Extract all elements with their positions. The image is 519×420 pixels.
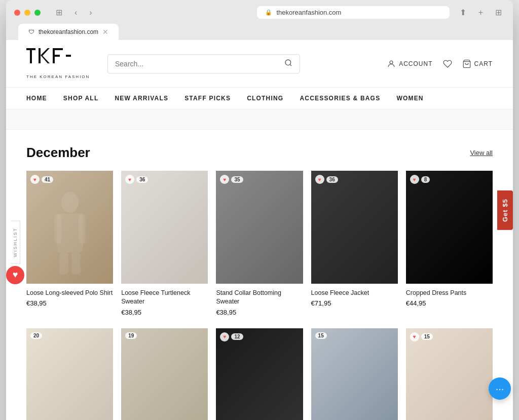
- tab-favicon: 🛡: [28, 28, 34, 35]
- maximize-window-button[interactable]: [34, 10, 41, 16]
- product-image-wrap: 20: [26, 328, 113, 420]
- product-image-wrap: ♥ 41: [26, 171, 113, 284]
- cart-icon: [462, 59, 471, 68]
- logo-subtitle: The Korean Fashion: [26, 74, 90, 79]
- close-window-button[interactable]: [14, 10, 20, 16]
- product-card[interactable]: 15: [311, 328, 398, 420]
- heart-badge: ♥ 12: [220, 332, 243, 341]
- back-button[interactable]: ‹: [71, 7, 80, 18]
- svg-rect-5: [53, 48, 63, 50]
- cart-label: CART: [474, 60, 493, 67]
- address-bar-wrapper: 🔒 thekoreanfashion.com: [254, 6, 452, 19]
- sidebar-toggle-button[interactable]: ⊞: [53, 7, 65, 18]
- main-content: WISHLIST ♥ December View all ♥ 41: [6, 130, 513, 420]
- heart-badge: ♥ 36: [315, 175, 338, 184]
- heart-badge: ♥ 36: [125, 175, 148, 184]
- svg-line-9: [290, 64, 291, 66]
- heart-badge: ♥ 15: [410, 332, 433, 341]
- cart-button[interactable]: CART: [462, 59, 493, 68]
- wishlist-button[interactable]: [443, 59, 452, 68]
- new-tab-button[interactable]: +: [475, 7, 486, 18]
- wishlist-heart-button[interactable]: ♥: [6, 266, 24, 284]
- browser-chrome: ⊞ ‹ › 🔒 thekoreanfashion.com ⬆ + ⊞ 🛡 the…: [6, 0, 513, 40]
- active-tab[interactable]: 🛡 thekoreanfashion.com ✕: [18, 24, 119, 40]
- logo[interactable]: The Korean Fashion: [26, 48, 97, 79]
- minimize-window-button[interactable]: [24, 10, 30, 16]
- product-price: €38,95: [216, 309, 303, 316]
- heart-icon: ♥: [220, 175, 229, 184]
- nav-item-women[interactable]: WOMEN: [396, 88, 423, 109]
- grid-button[interactable]: ⊞: [492, 7, 505, 18]
- product-image-wrap: ♥ 35: [216, 171, 303, 284]
- nav-item-accessories[interactable]: ACCESSORIES & BAGS: [300, 88, 380, 109]
- product-card[interactable]: ♥ 36 Loose Fleece Turtleneck Sweater €38…: [121, 171, 208, 316]
- logo-main: [26, 48, 72, 73]
- tab-close-button[interactable]: ✕: [102, 28, 108, 36]
- nav-item-clothing[interactable]: CLOTHING: [247, 88, 283, 109]
- product-card[interactable]: ♥ 8 Cropped Dress Pants €44,95: [406, 171, 493, 316]
- account-button[interactable]: ACCOUNT: [387, 59, 432, 68]
- nav-item-home[interactable]: HOME: [26, 88, 47, 109]
- search-input[interactable]: [115, 60, 279, 68]
- heart-count: 15: [421, 333, 433, 340]
- product-figure: [44, 182, 96, 283]
- product-card[interactable]: ♥ 12: [216, 328, 303, 420]
- svg-point-8: [285, 60, 291, 65]
- share-button[interactable]: ⬆: [457, 7, 469, 18]
- svg-rect-2: [39, 48, 41, 63]
- heart-icon: ♥: [410, 175, 419, 184]
- product-price: €38,95: [121, 309, 208, 316]
- product-card[interactable]: ♥ 41 Loose Long-sleeved Polo Shirt: [26, 171, 113, 316]
- svg-rect-6: [53, 55, 60, 57]
- product-image-wrap: ♥ 8: [406, 171, 493, 284]
- chat-icon: ···: [496, 383, 504, 395]
- product-card[interactable]: 19: [121, 328, 208, 420]
- store-nav: HOME SHOP ALL NEW ARRIVALS STAFF PICKS C…: [6, 88, 513, 109]
- product-card[interactable]: ♥ 36 Loose Fleece Jacket €71,95: [311, 171, 398, 316]
- svg-point-12: [61, 192, 78, 213]
- logo-svg: [26, 48, 72, 71]
- svg-rect-0: [26, 48, 35, 50]
- product-image-wrap: ♥ 36: [311, 171, 398, 284]
- heart-badge: 19: [125, 332, 137, 339]
- heart-icon: ♥: [315, 175, 324, 184]
- heart-count: 8: [421, 176, 430, 183]
- heart-badge: 20: [30, 332, 42, 339]
- product-name: Loose Long-sleeved Polo Shirt: [26, 289, 113, 298]
- browser-controls: ⊞ ‹ › 🔒 thekoreanfashion.com ⬆ + ⊞: [14, 6, 505, 19]
- svg-rect-1: [30, 50, 32, 63]
- heart-count: 12: [231, 333, 243, 340]
- heart-count: 36: [136, 176, 148, 183]
- product-image-wrap: ♥ 12: [216, 328, 303, 420]
- forward-button[interactable]: ›: [86, 7, 95, 18]
- heart-icon: ♥: [410, 332, 419, 341]
- heart-badge: ♥ 35: [220, 175, 243, 184]
- product-card[interactable]: ♥ 35 Stand Collar Bottoming Sweater €38,…: [216, 171, 303, 316]
- address-bar[interactable]: 🔒 thekoreanfashion.com: [257, 6, 450, 19]
- section-header: December View all: [26, 145, 493, 161]
- search-icon: [284, 59, 292, 67]
- svg-rect-15: [79, 214, 86, 244]
- product-card[interactable]: 20: [26, 328, 113, 420]
- search-button[interactable]: [284, 59, 292, 69]
- get5-promo-button[interactable]: Get $5: [497, 190, 513, 230]
- product-image-wrap: 15: [311, 328, 398, 420]
- heart-icon: ♥: [220, 332, 229, 341]
- url-text: thekoreanfashion.com: [276, 9, 341, 16]
- nav-item-shop-all[interactable]: SHOP ALL: [63, 88, 99, 109]
- product-card[interactable]: ♥ 15: [406, 328, 493, 420]
- heart-count: 20: [30, 332, 42, 339]
- nav-item-staff-picks[interactable]: STAFF PICKS: [184, 88, 231, 109]
- header-actions: ACCOUNT CART: [387, 59, 493, 68]
- product-name: Loose Fleece Jacket: [311, 289, 398, 298]
- product-name: Loose Fleece Turtleneck Sweater: [121, 289, 208, 307]
- product-grid-row2: 20 19 ♥: [26, 328, 493, 420]
- view-all-link[interactable]: View all: [470, 149, 493, 157]
- browser-actions: ⬆ + ⊞: [457, 7, 505, 18]
- svg-marker-3: [41, 48, 50, 63]
- nav-item-new-arrivals[interactable]: NEW ARRIVALS: [115, 88, 168, 109]
- product-price: €71,95: [311, 299, 398, 307]
- section-title: December: [26, 145, 90, 161]
- chat-button[interactable]: ···: [489, 377, 511, 400]
- svg-rect-14: [54, 214, 61, 244]
